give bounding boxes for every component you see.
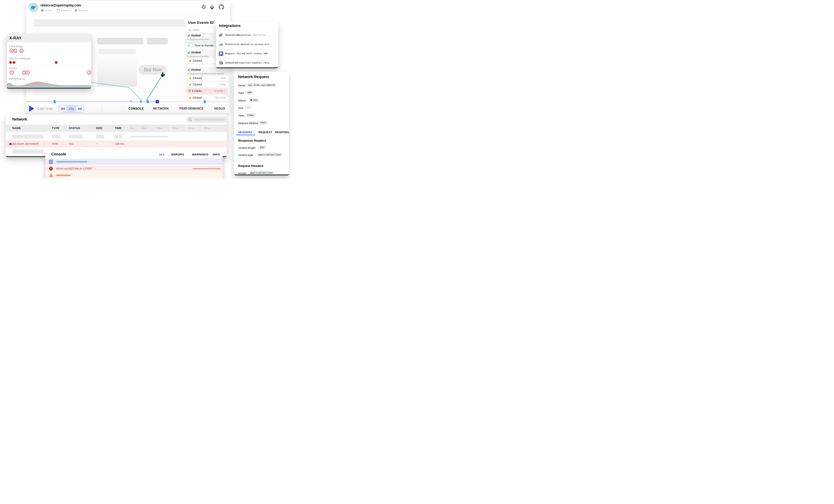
console-tab-errors[interactable]: ERRORS <box>171 153 184 156</box>
integration-item[interactable]: UnhandledRejection: Non-Error... <box>216 30 278 40</box>
integration-message: UnhandledRejection: Non-Error... <box>225 34 270 37</box>
header-label: content-length <box>238 146 256 149</box>
scale-0ms: 0ms <box>130 126 134 130</box>
timeline-event-marker[interactable] <box>53 100 56 103</box>
skip-back-button[interactable] <box>59 106 67 112</box>
event-group[interactable]: Visited /category/wearable/watch-details… <box>185 67 230 101</box>
console-info-row[interactable]: i <box>45 159 223 165</box>
col-status[interactable]: STATUS <box>69 126 80 130</box>
search-icon <box>189 118 192 122</box>
header-label: accept <box>238 172 246 174</box>
active-tab-underline <box>236 135 255 135</box>
event-detail: Buy Now <box>215 96 226 99</box>
error-marker-icon[interactable]: ! <box>87 70 91 74</box>
clicked-event-card[interactable]: ☝ Clicked Color <box>187 82 228 87</box>
col-size[interactable]: SIZE <box>96 126 102 130</box>
col-type[interactable]: TYPE <box>52 126 60 130</box>
rage-click-event-card[interactable]: ☹ 3 Clicks Quantity + <box>187 88 228 94</box>
error-marker-icon[interactable]: ! <box>10 70 14 74</box>
skeleton-block <box>97 38 144 44</box>
skip-forward-button[interactable] <box>76 106 84 112</box>
jira-icon[interactable] <box>209 4 215 10</box>
network-table-header: NAME TYPE STATUS SIZE TIME 0ms 10ms 20ms… <box>6 125 227 132</box>
location-placeholder <box>78 10 88 11</box>
console-tab-info[interactable]: INFO <box>213 153 220 156</box>
tab-console[interactable]: CONSOLE <box>129 107 144 110</box>
search-placeholder-bar <box>194 118 225 121</box>
request-size-value: -- <box>245 106 251 110</box>
network-request-window: Network Request Name api.ecom.xyz/search… <box>234 72 289 174</box>
divider <box>7 55 91 56</box>
console-error-row[interactable]: ! ecom.xyz/a213qh.js:123987 <box>45 165 223 171</box>
session-timeline[interactable]: ❝ <box>26 100 230 104</box>
timeline-event-marker[interactable] <box>147 100 149 103</box>
github-icon[interactable] <box>219 4 224 10</box>
filter-placeholder: Filter <box>193 28 199 32</box>
network-errors-label: 4xx-5xx Network <box>9 57 30 60</box>
console-tab-warnings[interactable]: WARNINGS <box>192 153 208 156</box>
skeleton-block <box>147 38 168 44</box>
event-type: Visited <box>191 34 201 37</box>
network-search-input[interactable] <box>186 116 227 123</box>
tab-response[interactable]: RESPONSE <box>275 131 289 134</box>
integration-item[interactable]: Unhandledrejection handler rece.. <box>216 58 278 67</box>
play-button[interactable] <box>29 106 34 112</box>
header-value: application/json <box>257 153 283 157</box>
tab-network[interactable]: NETWORK <box>153 107 169 110</box>
col-time[interactable]: TIME <box>115 126 122 130</box>
integration-item[interactable]: Request failed with status 500 <box>216 49 278 58</box>
network-request-title: Network Request <box>238 75 269 79</box>
tab-headers[interactable]: HEADERS <box>238 131 252 134</box>
rage-face-icon[interactable]: ☹ <box>19 48 24 53</box>
tab-request[interactable]: REQUEST <box>259 131 272 134</box>
session-duration-placeholder <box>45 10 52 11</box>
clicked-event-card[interactable]: ☝ Clicked Size <box>187 75 228 81</box>
warning-placeholder-bar <box>56 174 70 176</box>
network-error-dot[interactable] <box>55 61 58 64</box>
errors-label: Errors <box>9 67 17 70</box>
tab-redux[interactable]: REDUX <box>214 107 225 110</box>
user-events-title-text: User Events <box>188 21 209 24</box>
event-detail: Color <box>220 83 226 86</box>
click-hand-icon: ☝ <box>189 59 192 62</box>
console-warning-row[interactable] <box>45 172 223 179</box>
tab-performance[interactable]: PERFORMANCE <box>179 107 204 110</box>
slack-icon[interactable] <box>201 4 206 9</box>
console-panel-window: Console ALL ERRORS WARNINGS INFO i ! eco… <box>45 150 223 179</box>
console-tab-all[interactable]: ALL <box>159 153 165 156</box>
integration-item[interactable]: Permission denied to access pro... <box>216 40 278 49</box>
request-name-value: api.ecom.xyz/search <box>246 83 277 87</box>
click-hand-icon: ☝ <box>189 83 192 86</box>
network-error-dot[interactable] <box>9 61 12 64</box>
event-path: /category/wearable <box>187 38 208 41</box>
xray-window: X-RAY Click Rage ☹ ☹ ☹ 4xx-5xx Network E… <box>7 34 91 88</box>
error-row-size: -- <box>96 142 98 146</box>
event-path: /category/wearable <box>187 55 208 58</box>
timeline-quote-marker: ❝ <box>130 100 131 103</box>
network-error-dot[interactable] <box>13 61 15 64</box>
visited-icon <box>187 51 190 54</box>
integration-message: Request failed with status 500 <box>225 52 268 55</box>
visited-icon <box>187 68 190 71</box>
log-placeholder-bar <box>56 161 87 162</box>
rage-face-icon[interactable]: ☹ <box>13 48 18 53</box>
timeline-event-marker[interactable] <box>204 100 206 103</box>
error-marker-icon[interactable]: ! <box>22 70 26 74</box>
user-email: rebecca@openreplay.com <box>40 3 81 7</box>
timeline-playhead[interactable] <box>155 100 159 104</box>
skip-interval-label[interactable]: 10s <box>67 106 76 112</box>
integration-error-type: Request failed with status 500 <box>225 52 268 55</box>
location-pin-icon <box>75 9 77 12</box>
col-name[interactable]: NAME <box>12 126 21 130</box>
integration-error-type: Unhandledrejection handler rece.. <box>225 61 272 64</box>
divider <box>7 65 91 66</box>
xray-header: X-RAY <box>7 34 91 42</box>
clock-icon <box>41 9 44 12</box>
integration-error-type: UnhandledRejection: <box>225 34 252 37</box>
network-error-row[interactable]: api.ecom.xyz/search XHR 422 -- 119 ms <box>6 140 227 148</box>
skip-back-icon <box>61 108 65 110</box>
error-marker-icon[interactable]: ! <box>26 70 30 74</box>
error-row-type: XHR <box>52 142 58 146</box>
integration-error-detail: Non-Error... <box>254 34 270 37</box>
network-panel-title: Network <box>12 117 27 122</box>
